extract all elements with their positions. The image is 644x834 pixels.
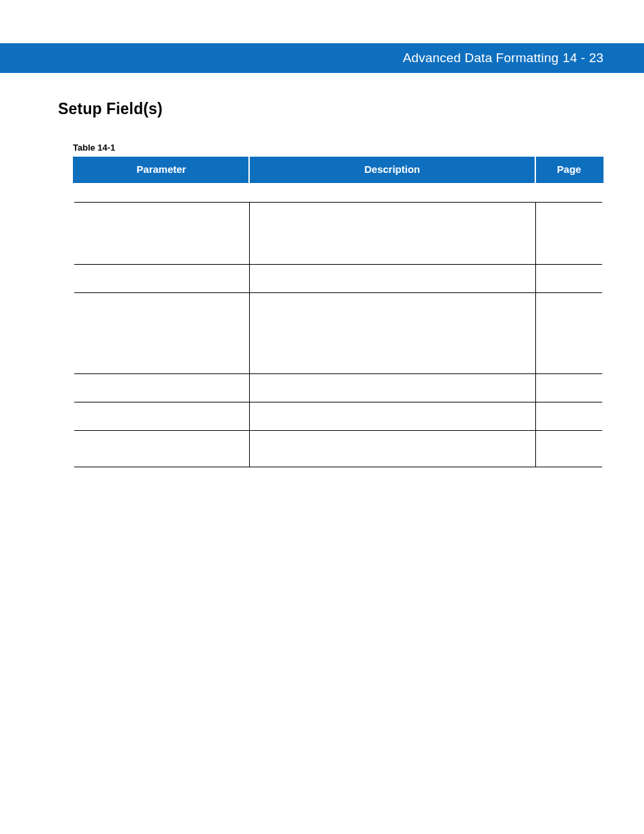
cell-description — [249, 183, 535, 202]
section-heading: Setup Field(s) — [58, 100, 603, 118]
table-wrap: Table 14-1 Parameter Description Page — [73, 142, 603, 467]
cell-page — [535, 264, 603, 292]
setup-table: Parameter Description Page — [73, 157, 603, 467]
cell-description — [249, 264, 535, 292]
cell-page — [535, 373, 603, 402]
cell-parameter — [74, 430, 249, 467]
cell-parameter — [74, 292, 249, 373]
cell-parameter — [74, 202, 249, 264]
cell-parameter — [74, 373, 249, 402]
table-caption: Table 14-1 — [73, 142, 603, 153]
table-row — [74, 430, 603, 467]
table-row — [74, 183, 603, 202]
col-header-parameter: Parameter — [74, 157, 249, 183]
cell-page — [535, 183, 603, 202]
cell-description — [249, 430, 535, 467]
table-header-row: Parameter Description Page — [74, 157, 603, 183]
cell-page — [535, 202, 603, 264]
col-header-description: Description — [249, 157, 535, 183]
cell-description — [249, 292, 535, 373]
table-row — [74, 373, 603, 402]
page-header-banner: Advanced Data Formatting 14 - 23 — [0, 43, 644, 73]
cell-page — [535, 430, 603, 467]
content-area: Setup Field(s) Table 14-1 Parameter Desc… — [58, 100, 603, 467]
table-row — [74, 264, 603, 292]
table-row — [74, 202, 603, 264]
cell-description — [249, 373, 535, 402]
table-row — [74, 292, 603, 373]
page-header-title: Advanced Data Formatting — [403, 51, 559, 66]
cell-parameter — [74, 264, 249, 292]
cell-page — [535, 402, 603, 430]
cell-parameter — [74, 402, 249, 430]
cell-page — [535, 292, 603, 373]
table-row — [74, 402, 603, 430]
page-header-pageno: 14 - 23 — [562, 51, 603, 66]
cell-description — [249, 202, 535, 264]
cell-parameter — [74, 183, 249, 202]
cell-description — [249, 402, 535, 430]
page: Advanced Data Formatting 14 - 23 Setup F… — [0, 0, 644, 834]
col-header-page: Page — [535, 157, 603, 183]
